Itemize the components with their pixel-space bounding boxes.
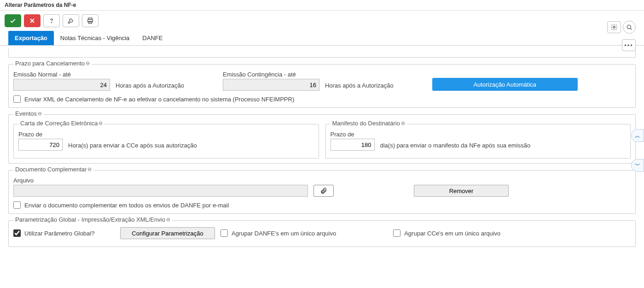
paperclip-icon [320, 187, 327, 194]
tab-exportacao[interactable]: Exportação [8, 31, 54, 45]
fieldset-prazo-cancelamento: Prazo para Cancelamento⊖ Emissão Normal … [8, 64, 636, 108]
label-usar-param-global: Utilizar Parâmetro Global? [24, 230, 94, 237]
collapse-icon[interactable]: ⊖ [401, 120, 405, 126]
close-icon [29, 17, 36, 24]
check-icon [9, 17, 17, 24]
scroll-down-button[interactable]: ︾ [631, 159, 644, 172]
legend-doc-complementar: Documento Complementar⊖ [13, 166, 93, 173]
hint-cce: Hora(s) para enviar a CCe após sua autor… [68, 142, 197, 151]
fieldset-doc-complementar: Documento Complementar⊖ Arquivo Remover … [8, 170, 636, 214]
chk-agrupar-cce[interactable] [393, 229, 400, 237]
hint-normal: Horas após a Autorização [116, 82, 184, 91]
input-cce-prazo[interactable] [18, 139, 63, 151]
tools-button[interactable] [63, 14, 79, 27]
label-manifesto-prazo: Prazo de [331, 131, 375, 138]
collapse-icon[interactable]: ⊖ [99, 120, 103, 126]
gear-icon [610, 24, 618, 31]
tab-content: Prazo para Cancelamento⊖ Emissão Normal … [0, 46, 644, 271]
collapse-icon[interactable]: ⊖ [166, 217, 170, 223]
input-emissao-normal[interactable] [13, 79, 110, 91]
configurar-param-button[interactable]: Configurar Parametrização [120, 227, 215, 239]
label-emissao-conting: Emissão Contingência - até [223, 71, 319, 78]
hint-manifesto: dia(s) para enviar o manifesto da NFe ap… [380, 142, 531, 151]
autorizacao-automatica-button[interactable]: Autorização Automática [432, 78, 578, 91]
tab-notas-tecnicas[interactable]: Notas Técnicas - Vigência [54, 31, 136, 45]
remover-button[interactable]: Remover [414, 185, 509, 197]
collapse-icon[interactable]: ⊖ [38, 111, 42, 117]
label-agrupar-cce: Agrupar CCe's em um único arquivo [404, 230, 500, 237]
label-enviar-doc-complementar: Enviar o documento complementar em todos… [24, 202, 229, 209]
legend-param-global: Parametrização Global - Impressão/Extraç… [13, 216, 172, 223]
confirm-button[interactable] [5, 14, 21, 27]
print-button[interactable] [82, 14, 99, 27]
label-emissao-normal: Emissão Normal - até [13, 71, 110, 78]
window-title: Alterar Parâmetros da NF-e [0, 0, 644, 11]
label-arquivo: Arquivo [13, 177, 308, 184]
input-manifesto-prazo[interactable] [331, 139, 375, 151]
cancel-button[interactable] [24, 14, 41, 27]
legend-prazo-cancelamento: Prazo para Cancelamento⊖ [13, 60, 92, 67]
search-button[interactable] [623, 21, 636, 34]
legend-eventos: Eventos⊖ [13, 110, 44, 117]
wrench-icon [67, 17, 75, 24]
settings-button[interactable] [607, 21, 621, 33]
label-agrupar-danfe: Agrupar DANFE's em um único arquivo [232, 230, 336, 237]
question-icon [48, 17, 55, 24]
tab-danfe[interactable]: DANFE [136, 31, 169, 45]
chk-enviar-xml-cancel[interactable] [13, 95, 21, 103]
printer-icon [87, 17, 94, 24]
legend-manifesto: Manifesto do Destinatário⊖ [331, 120, 407, 127]
legend-cce: Carta de Correção Eletrônica⊖ [18, 120, 104, 127]
fieldset-cce: Carta de Correção Eletrônica⊖ Prazo de H… [13, 124, 319, 159]
search-icon [626, 24, 633, 31]
label-cce-prazo: Prazo de [18, 131, 63, 138]
label-enviar-xml-cancel: Enviar XML de Cancelamento de NF-e ao ef… [24, 96, 294, 103]
collapse-icon[interactable]: ⊖ [87, 166, 92, 172]
chk-usar-param-global[interactable] [13, 229, 21, 237]
chk-enviar-doc-complementar[interactable] [13, 201, 21, 209]
hint-conting: Horas após a Autorização [325, 82, 394, 91]
attach-button[interactable] [313, 185, 334, 197]
svg-point-4 [613, 26, 615, 28]
fieldset-manifesto: Manifesto do Destinatário⊖ Prazo de dia(… [325, 124, 631, 159]
chevron-double-down-icon: ︾ [635, 162, 640, 170]
svg-point-5 [627, 25, 631, 29]
help-button[interactable] [43, 14, 60, 27]
tab-bar: Exportação Notas Técnicas - Vigência DAN… [0, 31, 644, 46]
fieldset-eventos: Eventos⊖ Carta de Correção Eletrônica⊖ P… [8, 114, 636, 164]
svg-point-0 [51, 22, 52, 23]
collapse-icon[interactable]: ⊖ [86, 60, 90, 66]
fieldset-param-global: Parametrização Global - Impressão/Extraç… [8, 220, 636, 247]
toolbar [0, 11, 644, 31]
chevron-double-up-icon: ︽ [635, 132, 640, 140]
scroll-up-button[interactable]: ︽ [631, 129, 644, 142]
input-emissao-conting[interactable] [223, 79, 319, 91]
input-arquivo[interactable] [13, 185, 308, 197]
chk-agrupar-danfe[interactable] [220, 229, 228, 237]
right-action-group: ••• [607, 21, 636, 34]
